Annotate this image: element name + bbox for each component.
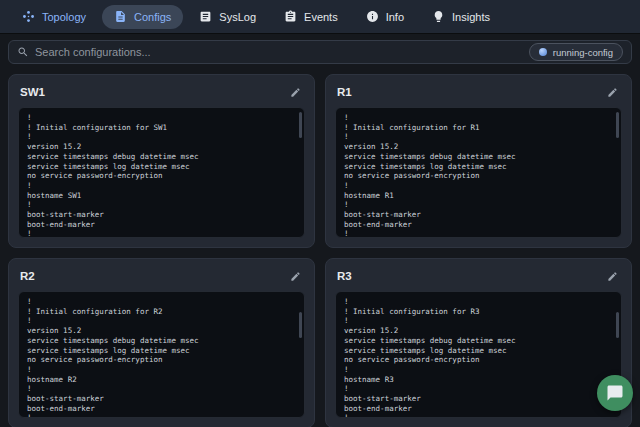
insights-icon — [432, 10, 445, 23]
device-title: SW1 — [20, 86, 45, 98]
tab-syslog-label: SysLog — [219, 11, 256, 23]
edit-config-button[interactable] — [604, 84, 620, 100]
scrollbar-thumb[interactable] — [616, 112, 619, 138]
tab-info[interactable]: Info — [354, 5, 416, 29]
tab-configs-label: Configs — [134, 11, 171, 23]
config-text: ! ! Initial configuration for R2 ! versi… — [19, 292, 304, 418]
config-text: ! ! Initial configuration for R1 ! versi… — [336, 108, 621, 238]
config-code-block[interactable]: ! ! Initial configuration for R1 ! versi… — [335, 107, 622, 238]
tab-topology-label: Topology — [42, 11, 86, 23]
search-icon — [17, 46, 29, 58]
edit-config-button[interactable] — [287, 84, 303, 100]
configs-icon — [114, 10, 127, 23]
config-code-block[interactable]: ! ! Initial configuration for R2 ! versi… — [18, 291, 305, 418]
search-input[interactable] — [29, 46, 529, 58]
pencil-icon — [290, 271, 301, 282]
config-card-r2: R2 ! ! Initial configuration for R2 ! ve… — [8, 258, 315, 427]
config-card-r1: R1 ! ! Initial configuration for R1 ! ve… — [325, 74, 632, 248]
edit-config-button[interactable] — [287, 268, 303, 284]
tab-events-label: Events — [304, 11, 338, 23]
config-text: ! ! Initial configuration for SW1 ! vers… — [19, 108, 304, 238]
tab-syslog[interactable]: SysLog — [187, 5, 268, 29]
scrollbar-thumb[interactable] — [299, 112, 302, 138]
chat-button[interactable] — [597, 375, 633, 411]
tab-insights-label: Insights — [452, 11, 490, 23]
chip-sphere-icon — [539, 48, 547, 56]
pencil-icon — [290, 87, 301, 98]
tab-topology[interactable]: Topology — [10, 5, 98, 29]
card-header: R3 — [335, 266, 622, 284]
config-code-block[interactable]: ! ! Initial configuration for SW1 ! vers… — [18, 107, 305, 238]
config-code-block[interactable]: ! ! Initial configuration for R3 ! versi… — [335, 291, 622, 418]
card-header: SW1 — [18, 82, 305, 100]
tab-insights[interactable]: Insights — [420, 5, 502, 29]
search-box: running-config — [8, 40, 632, 64]
config-card-sw1: SW1 ! ! Initial configuration for SW1 ! … — [8, 74, 315, 248]
edit-config-button[interactable] — [604, 268, 620, 284]
scrollbar-thumb[interactable] — [299, 312, 302, 338]
device-title: R1 — [337, 86, 352, 98]
search-row: running-config — [0, 33, 640, 64]
running-config-chip[interactable]: running-config — [529, 43, 623, 61]
pencil-icon — [607, 87, 618, 98]
running-config-chip-label: running-config — [553, 47, 613, 58]
topology-icon — [22, 10, 35, 23]
card-header: R2 — [18, 266, 305, 284]
scrollbar-thumb[interactable] — [616, 312, 619, 338]
card-header: R1 — [335, 82, 622, 100]
tab-configs[interactable]: Configs — [102, 5, 183, 29]
top-navbar: Topology Configs SysLog Events Info Insi… — [0, 0, 640, 33]
tab-info-label: Info — [386, 11, 404, 23]
config-text: ! ! Initial configuration for R3 ! versi… — [336, 292, 621, 418]
pencil-icon — [607, 271, 618, 282]
device-title: R3 — [337, 270, 352, 282]
tab-events[interactable]: Events — [272, 5, 350, 29]
info-icon — [366, 10, 379, 23]
events-icon — [284, 10, 297, 23]
syslog-icon — [199, 10, 212, 23]
device-title: R2 — [20, 270, 35, 282]
configs-grid: SW1 ! ! Initial configuration for SW1 ! … — [0, 64, 640, 427]
config-card-r3: R3 ! ! Initial configuration for R3 ! ve… — [325, 258, 632, 427]
chat-bubble-icon — [606, 384, 624, 402]
